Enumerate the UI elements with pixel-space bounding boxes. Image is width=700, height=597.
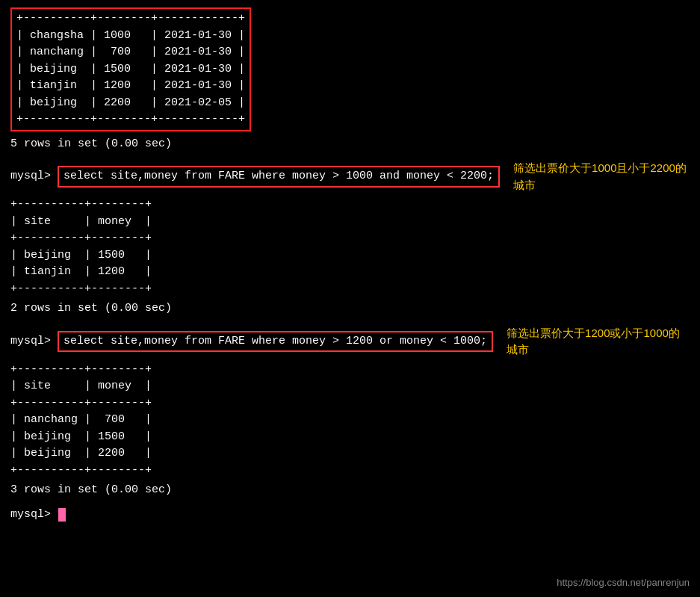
top-table-row-4: | tianjin | 1200 | 2021-01-30 | (16, 78, 245, 95)
query2-table-top-border: +----------+--------+ (10, 362, 690, 379)
top-table-row-2: | nanchang | 700 | 2021-01-30 | (16, 44, 245, 61)
query2-table-row-2: | beijing | 1500 | (10, 429, 690, 446)
query2-table-row-3: | beijing | 2200 | (10, 445, 690, 463)
query2-annotation: 筛选出票价大于1200或小于1000的城市 (507, 325, 690, 359)
query2-table-sep: +----------+--------+ (10, 395, 690, 412)
query2-sql-box: select site,money from FARE where money … (58, 331, 493, 353)
query1-sql-box: select site,money from FARE where money … (58, 166, 500, 188)
top-table-row-5: | beijing | 2200 | 2021-02-05 | (16, 95, 245, 112)
query1-rows-info: 2 rows in set (0.00 sec) (10, 300, 690, 318)
query1-table-sep: +----------+--------+ (10, 230, 690, 247)
top-table-box: +----------+--------+------------+ | cha… (10, 7, 251, 132)
top-table-section: +----------+--------+------------+ | cha… (10, 7, 690, 132)
query2-prompt-row: mysql> select site,money from FARE where… (10, 325, 690, 359)
query1-table-row-2: | tianjin | 1200 | (10, 264, 690, 281)
top-table-row-1: | changsha | 1000 | 2021-01-30 | (16, 28, 245, 45)
query1-annotation: 筛选出票价大于1000且小于2200的城市 (513, 160, 690, 194)
query1-prompt: mysql> (10, 168, 58, 185)
query2-table-bottom-border: +----------+--------+ (10, 463, 690, 480)
query2-table-row-1: | nanchang | 700 | (10, 412, 690, 429)
query1-table-wrapper: +----------+--------+ | site | money | +… (10, 197, 690, 297)
query1-table-row-1: | beijing | 1500 | (10, 247, 690, 265)
query1-table-top-border: +----------+--------+ (10, 197, 690, 214)
final-prompt-row: mysql> (10, 507, 690, 524)
top-table-border-bottom: +----------+--------+------------+ (16, 111, 245, 129)
query2-prompt: mysql> (10, 333, 58, 350)
query1-table-bottom-border: +----------+--------+ (10, 281, 690, 298)
query2-table-header: | site | money | (10, 378, 690, 395)
top-table-content: +----------+--------+------------+ (16, 10, 245, 28)
query2-table-wrapper: +----------+--------+ | site | money | +… (10, 362, 690, 480)
query1-prompt-row: mysql> select site,money from FARE where… (10, 160, 690, 194)
top-table-row-3: | beijing | 1500 | 2021-01-30 | (16, 61, 245, 78)
query1-section: mysql> select site,money from FARE where… (10, 160, 690, 318)
cursor-block (58, 508, 66, 522)
final-prompt: mysql> (10, 507, 58, 524)
query1-table-header: | site | money | (10, 214, 690, 231)
watermark: https://blog.csdn.net/panrenjun (557, 575, 690, 590)
query2-section: mysql> select site,money from FARE where… (10, 325, 690, 499)
query2-rows-info: 3 rows in set (0.00 sec) (10, 482, 690, 499)
top-rows-info: 5 rows in set (0.00 sec) (10, 136, 690, 153)
